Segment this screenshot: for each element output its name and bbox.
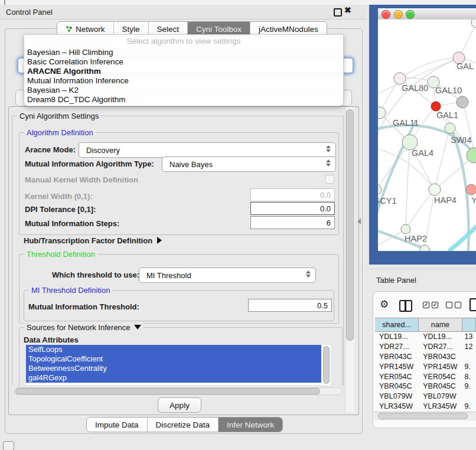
apply-button[interactable]: Apply <box>158 397 201 413</box>
combo-arrows-icon <box>326 159 331 167</box>
aracne-mode-label: Aracne Mode: <box>25 145 76 154</box>
hub-definition-toggle[interactable]: Hub/Transcription Factor Definition <box>24 236 162 245</box>
table-cell: YBR043C <box>375 353 419 361</box>
network-node-swi4[interactable] <box>445 123 455 133</box>
dpi-tolerance-field[interactable] <box>250 202 335 215</box>
network-edge <box>435 128 450 190</box>
network-node-label: GAL10 <box>435 86 462 95</box>
zoom-traffic-light-icon[interactable] <box>406 10 415 19</box>
attribute-item[interactable]: SelfLoops <box>26 345 321 354</box>
splitter-tick[interactable] <box>4 0 5 5</box>
collapse-down-icon <box>134 325 141 330</box>
table-row[interactable]: YDL19...YDL19...13 <box>375 332 476 342</box>
sources-toggle[interactable]: Sources for Network Inference <box>24 323 144 332</box>
network-node-hap4[interactable] <box>429 184 441 195</box>
network-node-y[interactable] <box>466 184 476 195</box>
which-threshold-label: Which threshold to use: <box>52 270 139 279</box>
algorithm-option[interactable]: Bayesian – Hill Climbing <box>27 48 340 57</box>
minimize-traffic-light-icon[interactable] <box>394 10 403 19</box>
dpi-tolerance-label: DPI Tolerance [0,1]: <box>25 205 96 214</box>
algorithm-definition-title: Algorithm Definition <box>24 128 96 137</box>
network-node-hap2[interactable] <box>401 224 410 234</box>
settings-horizontal-scrollbar-thumb[interactable] <box>15 388 320 394</box>
attribute-item[interactable]: gal4RGexp <box>26 373 321 383</box>
table-cell: 9. <box>462 402 476 410</box>
split-columns-icon[interactable] <box>399 300 412 312</box>
mi-steps-label: Mutual Information Steps: <box>25 219 119 228</box>
mi-threshold-field[interactable] <box>248 299 332 312</box>
table-cell: YLR345W <box>419 402 462 410</box>
bottom-tab-impute-data[interactable]: Impute Data <box>87 418 148 432</box>
splitter-collapse-icon[interactable] <box>357 219 361 224</box>
bottom-tab-infer-network[interactable]: Infer Network <box>219 418 282 432</box>
kernel-width-field[interactable] <box>250 188 335 201</box>
table-row[interactable]: YBR045CYBR045C9. <box>375 381 476 392</box>
network-node-label: GAL <box>457 61 474 71</box>
table-header-row: shared...name <box>375 318 476 332</box>
mi-type-select[interactable]: Naive Bayes <box>162 156 336 172</box>
column-header-col3[interactable] <box>462 318 476 331</box>
which-threshold-select[interactable]: MI Threshold <box>139 268 316 283</box>
table-cell: YBL079W <box>375 392 419 400</box>
table-cell: 12 <box>462 343 476 351</box>
algorithm-popup-placeholder: Select algorithm to view settings <box>24 37 343 45</box>
network-node-gal1[interactable] <box>431 102 441 111</box>
mi-threshold-group-title: MI Threshold Definition <box>29 286 112 295</box>
algorithm-option[interactable]: Dream8 DC_TDC Algorithm <box>27 95 340 105</box>
close-traffic-light-icon[interactable] <box>382 10 390 19</box>
tab-label: jActiveMNodules <box>259 25 318 34</box>
table-row[interactable]: YBR043CYBR043C <box>375 352 476 362</box>
mi-steps-field[interactable] <box>250 216 335 229</box>
table-row[interactable]: YPR145WYPR145W9. <box>375 361 476 371</box>
table-horizontal-scrollbar-thumb[interactable] <box>378 413 468 419</box>
attributes-vertical-scrollbar[interactable] <box>323 346 330 384</box>
algorithm-option[interactable]: Mutual Information Inference <box>27 76 340 86</box>
mi-threshold-label: Mutual Information Threshold: <box>28 302 139 311</box>
table-cell: YPR145W <box>419 363 462 371</box>
network-node-label: Y <box>471 195 476 205</box>
network-node-gal80[interactable] <box>394 73 406 84</box>
table-cell: 8. <box>462 373 476 381</box>
algorithm-option[interactable]: ARACNE Algorithm <box>27 67 340 76</box>
table-row[interactable]: YLR345WYLR345W9. <box>375 402 476 412</box>
file-icon[interactable] <box>470 298 476 311</box>
column-header-shared-[interactable]: shared... <box>375 318 419 331</box>
select-all-icon[interactable]: ✓✓ <box>423 302 438 308</box>
network-node[interactable] <box>457 96 468 108</box>
close-icon[interactable]: ✖ <box>344 5 351 15</box>
settings-vertical-scrollbar-thumb[interactable] <box>346 109 354 341</box>
float-window-icon[interactable] <box>334 8 342 17</box>
manual-kernel-checkbox[interactable] <box>325 175 334 184</box>
threshold-definition-title: Threshold Definition <box>24 250 97 259</box>
table-cell: YDL19... <box>375 332 419 341</box>
attribute-item[interactable]: TopologicalCoefficient <box>26 354 321 364</box>
network-node-label: GAL4 <box>412 148 433 158</box>
network-canvas[interactable]: GALGAL80GAL10GAL1GAL11SWI4GAL4GCY1HAP4YH… <box>378 19 476 251</box>
bottom-tab-label: Discretize Data <box>156 420 210 429</box>
table-cell: YDR27... <box>375 343 419 351</box>
hub-definition-label: Hub/Transcription Factor Definition <box>24 236 152 245</box>
network-window-titlebar[interactable] <box>378 8 476 20</box>
table-panel-title: Table Panel <box>376 276 416 285</box>
gear-icon[interactable]: ⚙ <box>380 298 389 311</box>
bottom-tab-discretize-data[interactable]: Discretize Data <box>148 418 219 432</box>
tab-label: Network <box>76 25 105 34</box>
aracne-mode-value: Discovery <box>86 146 120 155</box>
table-row[interactable]: YDR27...YDR27...12 <box>375 342 476 352</box>
network-node-label: GAL80 <box>402 83 428 93</box>
aracne-mode-select[interactable]: Discovery <box>79 142 336 158</box>
control-panel-title: Control Panel <box>6 8 53 17</box>
data-attributes-label: Data Attributes <box>24 335 79 344</box>
attribute-item[interactable]: BetweennessCentrality <box>26 364 321 373</box>
network-node[interactable] <box>471 19 476 28</box>
table-row[interactable]: YBL079WYBL079W <box>375 392 476 402</box>
network-node-gcy1[interactable] <box>378 184 382 195</box>
column-header-name[interactable]: name <box>419 318 462 331</box>
network-node-gal11[interactable] <box>378 107 386 119</box>
deselect-all-icon[interactable] <box>446 302 461 308</box>
table-cell: YBR045C <box>419 382 462 390</box>
algorithm-option[interactable]: Basic Correlation Inference <box>27 57 340 67</box>
algorithm-option[interactable]: Bayesian – K2 <box>27 86 340 95</box>
table-row[interactable]: YER054CYER054C8. <box>375 371 476 381</box>
panel-toggle-icon[interactable] <box>3 441 14 450</box>
